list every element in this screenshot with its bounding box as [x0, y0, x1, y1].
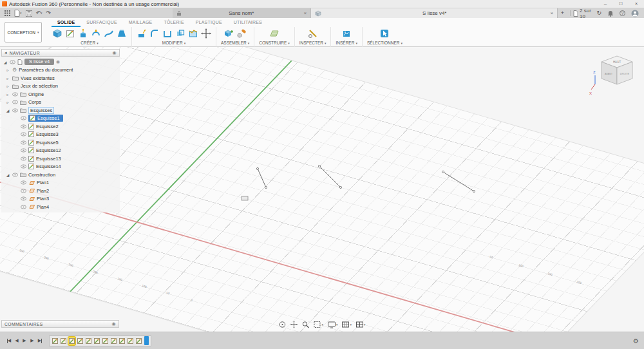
expand-arrow-icon[interactable]: ▹ [5, 100, 10, 104]
expand-arrow-icon[interactable]: ▹ [5, 92, 10, 97]
ribbon-tab-maillage[interactable]: MAILLAGE [123, 18, 158, 27]
pan-icon[interactable] [290, 321, 298, 328]
browser-root-item[interactable]: ◢ S lisse v4 ◉ [1, 58, 120, 66]
timeline-item-sketch-8[interactable] [110, 337, 117, 345]
go-to-start-button[interactable]: ◀ [5, 338, 13, 343]
press-pull-icon[interactable] [137, 28, 147, 39]
visibility-eye-icon[interactable] [21, 140, 26, 145]
play-button[interactable]: ▶ [21, 338, 28, 343]
ribbon-tab-tolerie[interactable]: TÔLERIE [158, 18, 189, 27]
step-back-button[interactable]: ◀ [13, 338, 21, 343]
grid-settings-icon[interactable]: ▾ [342, 321, 352, 328]
timeline-item-sketch-10[interactable] [127, 337, 134, 345]
ribbon-group-dropdown[interactable]: CONSTRUIRE▾ [259, 41, 290, 45]
browser-item-construction[interactable]: ◢ Construction [1, 171, 120, 179]
visibility-eye-icon[interactable] [12, 173, 18, 177]
select-icon[interactable] [379, 28, 390, 39]
browser-item-parametres[interactable]: ▹ ⚙ Paramètres du document [1, 66, 120, 75]
timeline-item-sketch-5[interactable] [85, 337, 92, 345]
file-menu-icon[interactable]: ▾ [14, 10, 22, 17]
measure-icon[interactable] [308, 28, 318, 39]
panel-options-icon[interactable]: ◉ [112, 50, 117, 55]
visibility-eye-icon[interactable] [12, 108, 18, 113]
revolve-icon[interactable] [91, 28, 101, 39]
move-copy-icon[interactable] [201, 28, 211, 39]
sketch-line-2[interactable] [318, 165, 341, 188]
expand-arrow-icon[interactable]: ▹ [5, 84, 10, 88]
visibility-eye-icon[interactable] [21, 164, 26, 169]
browser-item-origine[interactable]: ▹ Origine [1, 90, 120, 99]
timeline-settings-gear-icon[interactable]: ⚙ [633, 337, 639, 344]
browser-item-esquisse13[interactable]: Esquisse13 [1, 155, 120, 163]
help-icon[interactable]: ? [620, 10, 625, 16]
go-to-end-button[interactable]: ▶ [36, 338, 44, 343]
zoom-icon[interactable] [301, 321, 309, 328]
browser-item-esquisse1[interactable]: Esquisse1 [1, 115, 120, 123]
origin-marker[interactable] [242, 196, 248, 200]
panel-options-icon[interactable]: ◉ [111, 321, 116, 326]
timeline-item-sketch-2[interactable] [60, 337, 67, 345]
timeline-item-sketch-4[interactable] [77, 337, 84, 345]
document-tab-s-lisse[interactable]: S lisse v4* × [311, 8, 558, 18]
browser-item-esquisse12[interactable]: Esquisse12 [1, 147, 120, 155]
split-body-icon[interactable] [188, 28, 198, 39]
ribbon-tab-surfacique[interactable]: SURFACIQUE [80, 18, 123, 27]
display-settings-icon[interactable]: ▾ [327, 321, 338, 328]
visibility-eye-icon[interactable] [21, 205, 26, 209]
view-cube[interactable]: Z X HAUT AVANT DROITE [589, 52, 639, 97]
step-forward-button[interactable]: ▶ [28, 338, 36, 343]
browser-item-esquisses[interactable]: ◢ Esquisses [1, 106, 120, 115]
visibility-eye-icon[interactable] [21, 196, 26, 201]
timeline-position-marker[interactable] [144, 336, 149, 345]
construction-plane-icon[interactable] [269, 28, 279, 39]
ribbon-group-dropdown[interactable]: SÉLECTIONNER▾ [367, 41, 402, 45]
new-document-tab-button[interactable]: + [558, 8, 567, 18]
ribbon-group-dropdown[interactable]: MODIFIER▾ [162, 41, 185, 45]
timeline-item-sketch-7[interactable] [102, 337, 109, 345]
visibility-eye-icon[interactable] [21, 156, 26, 161]
browser-header[interactable]: ◂ NAVIGATEUR ◉ [1, 49, 120, 57]
visibility-eye-icon[interactable] [21, 124, 26, 129]
ribbon-tab-plastique[interactable]: PLASTIQUE [190, 18, 228, 27]
undo-icon[interactable]: ↶▾ [36, 10, 43, 16]
comments-panel-header[interactable]: COMMENTAIRES ◉ [1, 320, 119, 328]
create-sketch-icon[interactable] [65, 28, 75, 39]
new-component-icon[interactable] [52, 28, 62, 39]
sweep-icon[interactable] [104, 28, 114, 39]
app-grid-icon[interactable] [5, 10, 10, 16]
minimize-button[interactable]: – [598, 0, 613, 8]
ground-icon[interactable]: ◉ [56, 59, 60, 64]
browser-item-jeux-selection[interactable]: ▹ Jeux de sélection [1, 82, 120, 91]
visibility-eye-icon[interactable] [21, 180, 26, 185]
ribbon-group-dropdown[interactable]: ASSEMBLER▾ [221, 41, 249, 45]
loft-icon[interactable] [117, 28, 127, 39]
collapse-arrow-icon[interactable]: ◢ [5, 173, 10, 177]
visibility-eye-icon[interactable] [10, 60, 15, 64]
document-counter[interactable]: 2 sur 10 [573, 8, 597, 18]
expand-arrow-icon[interactable]: ▹ [5, 76, 10, 80]
tab-close-icon[interactable]: × [550, 10, 553, 16]
tab-close-icon[interactable]: × [303, 10, 307, 16]
timeline-item-sketch-3[interactable] [68, 337, 75, 345]
notifications-bell-icon[interactable] [607, 10, 614, 17]
browser-item-esquisse2[interactable]: Esquisse2 [1, 122, 120, 131]
collapse-panel-icon[interactable]: ◂ [5, 50, 7, 55]
browser-item-esquisse3[interactable]: Esquisse3 [1, 131, 120, 139]
ribbon-group-dropdown[interactable]: INSPECTER▾ [299, 41, 327, 45]
ribbon-tab-solide[interactable]: SOLIDE [52, 18, 80, 27]
insert-icon[interactable] [341, 28, 352, 39]
sketch-line-3[interactable] [442, 171, 475, 192]
visibility-eye-icon[interactable] [21, 189, 26, 193]
fit-view-icon[interactable]: ▾ [313, 321, 323, 328]
timeline-item-sketch-11[interactable] [135, 337, 142, 345]
browser-item-plan1[interactable]: Plan1 [1, 179, 120, 187]
fillet-icon[interactable] [149, 28, 160, 39]
ribbon-group-dropdown[interactable]: INSÉRER▾ [336, 41, 357, 45]
timeline-track[interactable] [49, 335, 151, 346]
timeline-item-sketch-1[interactable] [52, 337, 59, 345]
selected-row-highlight[interactable]: Esquisse1 [28, 115, 63, 122]
browser-item-plan3[interactable]: Plan3 [1, 195, 120, 203]
shell-icon[interactable] [162, 28, 173, 39]
save-icon[interactable] [26, 10, 32, 17]
sketch-line-1[interactable] [256, 167, 267, 188]
